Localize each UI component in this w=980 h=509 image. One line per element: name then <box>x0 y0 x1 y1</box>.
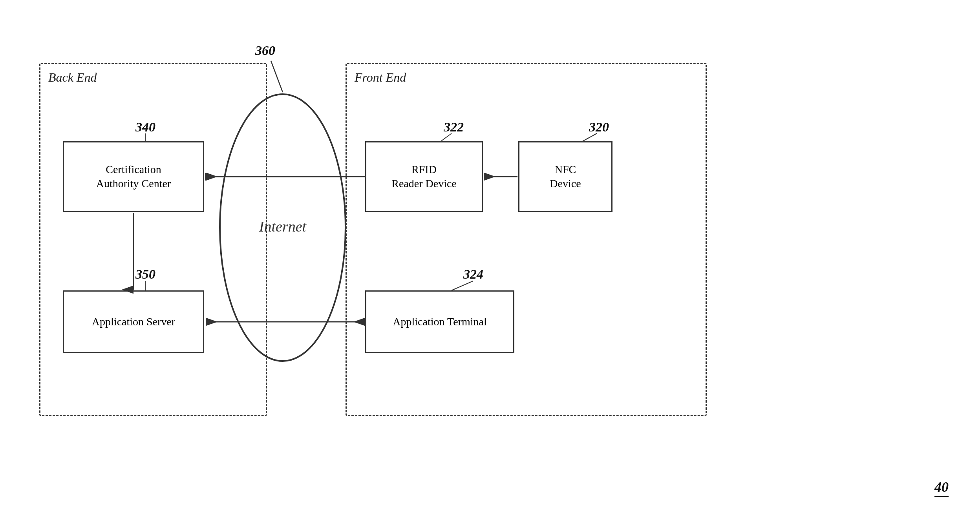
svg-text:Internet: Internet <box>259 218 307 235</box>
front-end-label: Front End <box>355 70 406 85</box>
certification-authority-box: CertificationAuthority Center <box>63 141 204 212</box>
application-terminal-label: Application Terminal <box>393 315 486 329</box>
ref-350: 350 <box>135 267 155 282</box>
internet-ellipse: Internet <box>216 90 349 365</box>
figure-number: 40 <box>934 479 949 497</box>
ref-360: 360 <box>255 43 275 58</box>
application-server-label: Application Server <box>92 315 175 329</box>
ref-340: 340 <box>135 120 155 135</box>
nfc-device-label: NFCDevice <box>550 162 581 191</box>
nfc-device-box: NFCDevice <box>518 141 612 212</box>
application-terminal-box: Application Terminal <box>365 290 514 353</box>
rfid-reader-label: RFIDReader Device <box>391 162 457 191</box>
certification-authority-label: CertificationAuthority Center <box>96 162 171 191</box>
ref-324: 324 <box>463 267 483 282</box>
rfid-reader-box: RFIDReader Device <box>365 141 483 212</box>
application-server-box: Application Server <box>63 290 204 353</box>
back-end-label: Back End <box>48 70 97 85</box>
front-end-section: Front End <box>346 63 707 416</box>
ref-322: 322 <box>444 120 464 135</box>
ref-320: 320 <box>589 120 609 135</box>
svg-line-2 <box>271 61 283 92</box>
diagram-container: Back End Front End Internet 360 Certific… <box>24 31 956 483</box>
